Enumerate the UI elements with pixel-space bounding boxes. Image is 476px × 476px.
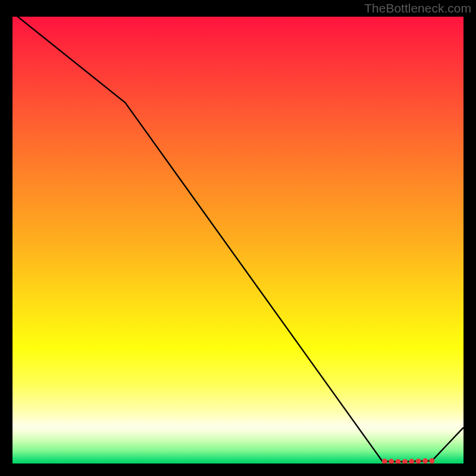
chart-plot-area [12,12,464,464]
optimal-marker [389,459,394,464]
bottleneck-curve [12,12,464,462]
optimal-marker [409,459,414,464]
chart-svg-overlay [12,12,464,464]
bottleneck-curve-path [12,12,464,462]
optimal-marker [402,459,408,464]
optimal-marker [422,458,428,464]
optimal-marker [382,459,387,464]
watermark-text: TheBottleneck.com [364,1,471,15]
optimal-marker [416,459,421,464]
optimal-marker [429,458,434,464]
optimal-marker [396,459,401,464]
